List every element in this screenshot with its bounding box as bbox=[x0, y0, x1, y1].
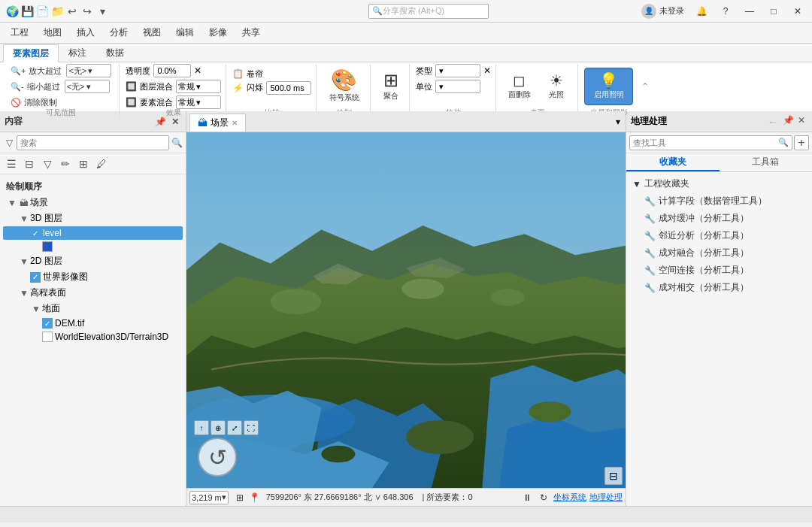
tree-world-imagery[interactable]: ✓ 世界影像图 bbox=[3, 269, 183, 285]
redo-icon[interactable]: ↪ bbox=[81, 5, 93, 17]
tool-icon-6: 🔧 bbox=[644, 283, 656, 293]
add-layer-btn[interactable]: ⊞ bbox=[75, 156, 92, 172]
lighting-icon: ☀ bbox=[550, 73, 563, 88]
geoprocessing-link[interactable]: 地理处理 bbox=[589, 492, 623, 503]
tree-world-elevation[interactable]: WorldElevation3D/Terrain3D bbox=[3, 330, 183, 344]
menu-item-project[interactable]: 工程 bbox=[3, 23, 36, 44]
scene-tab[interactable]: 🏔 场景 ✕ bbox=[189, 114, 246, 132]
geopro-section-header[interactable]: ▼ 工程收藏夹 bbox=[629, 175, 809, 192]
map-tab-dropdown-btn[interactable]: ▾ bbox=[611, 111, 626, 132]
geopro-item-proximity[interactable]: 🔧 邻近分析（分析工具） bbox=[629, 227, 809, 244]
notification-icon[interactable]: 🔔 bbox=[690, 0, 713, 23]
menu-item-share[interactable]: 共享 bbox=[235, 23, 268, 44]
more-icon[interactable]: ▾ bbox=[96, 5, 108, 17]
face-delete-btn[interactable]: ◻ 面删除 bbox=[502, 68, 536, 105]
unit-dropdown[interactable]: ▾ bbox=[435, 80, 480, 93]
enable-lighting-btn[interactable]: 💡 启用照明 bbox=[584, 68, 633, 105]
transparency-input[interactable]: 0.0% bbox=[153, 64, 191, 77]
layer-blend-label: 图层混合 bbox=[140, 81, 173, 92]
nav-center-btn[interactable]: ⊕ bbox=[211, 420, 226, 435]
nav-right-btn[interactable]: ⤢ bbox=[227, 420, 242, 435]
geopro-add-btn[interactable]: + bbox=[794, 135, 809, 150]
refresh-btn[interactable]: ↻ bbox=[537, 491, 550, 504]
geopro-search-box[interactable]: 🔍 bbox=[629, 135, 792, 150]
close-button[interactable]: ✕ bbox=[786, 0, 809, 23]
ribbon-tab-feature-layer[interactable]: 要素图层 bbox=[3, 44, 59, 62]
geopro-search-input[interactable] bbox=[633, 138, 777, 147]
menu-item-edit[interactable]: 编辑 bbox=[168, 23, 201, 44]
table-view-btn[interactable]: ⊟ bbox=[21, 156, 38, 172]
menu-item-analysis[interactable]: 分析 bbox=[102, 23, 135, 44]
content-search-input[interactable] bbox=[17, 135, 169, 150]
geopro-tab-favorites[interactable]: 收藏夹 bbox=[626, 153, 720, 171]
type-del-icon[interactable]: ✕ bbox=[483, 65, 491, 76]
location-icon[interactable]: 📍 bbox=[248, 491, 262, 504]
transparency-del-icon[interactable]: ✕ bbox=[194, 65, 201, 76]
tree-scene[interactable]: ▼ 🏔 场景 bbox=[3, 195, 183, 210]
cluster-btn[interactable]: ⊞ 聚合 bbox=[377, 68, 404, 105]
menu-item-imagery[interactable]: 影像 bbox=[201, 23, 235, 44]
coord-system-link[interactable]: 坐标系统 bbox=[553, 492, 586, 503]
list-view-btn[interactable]: ☰ bbox=[3, 156, 20, 172]
filter-btn[interactable]: ▽ bbox=[39, 156, 56, 172]
pause-btn[interactable]: ⏸ bbox=[520, 491, 534, 504]
nav-fullscreen-btn[interactable]: ⛶ bbox=[244, 420, 259, 435]
world-imagery-checkbox[interactable]: ✓ bbox=[30, 272, 41, 283]
ribbon-tab-data[interactable]: 数据 bbox=[96, 44, 134, 62]
geopro-item-calc-field[interactable]: 🔧 计算字段（数据管理工具） bbox=[629, 192, 809, 210]
tree-3d-layers[interactable]: ▼ 3D 图层 bbox=[3, 210, 183, 226]
compass-button[interactable]: ↺ bbox=[198, 438, 237, 477]
dem-checkbox[interactable]: ✓ bbox=[42, 318, 53, 329]
menu-item-insert[interactable]: 插入 bbox=[69, 23, 102, 44]
symbol-system-btn[interactable]: 🎨 符号系统 bbox=[326, 68, 362, 105]
tool-icon-2: 🔧 bbox=[644, 214, 656, 224]
flash-input[interactable]: 500.0 ms bbox=[266, 81, 311, 95]
tree-2d-layers[interactable]: ▼ 2D 图层 bbox=[3, 253, 183, 269]
tree-ground[interactable]: ▼ 地面 bbox=[3, 301, 183, 317]
type-dropdown[interactable]: ▾ bbox=[435, 64, 480, 77]
zoom-in-beyond-btn[interactable]: 🔍+ 放大超过 <无> ▾ bbox=[8, 64, 114, 77]
level-checkbox[interactable]: ✓ bbox=[30, 228, 41, 238]
filter-icon[interactable]: ▽ bbox=[3, 137, 15, 149]
zoom-out-beyond-btn[interactable]: 🔍- 缩小超过 <无> ▾ bbox=[8, 80, 113, 93]
geopro-back-btn[interactable]: ← bbox=[765, 114, 780, 129]
geopro-close-icon[interactable]: ✕ bbox=[795, 114, 807, 126]
content-search-icon[interactable]: 🔍 bbox=[171, 137, 183, 149]
edit-btn[interactable]: ✏ bbox=[57, 156, 74, 172]
world-elevation-checkbox[interactable] bbox=[42, 332, 53, 342]
minimize-button[interactable]: — bbox=[738, 0, 761, 23]
help-icon[interactable]: ? bbox=[714, 0, 737, 23]
open-icon[interactable]: 📁 bbox=[51, 5, 63, 17]
nav-left-btn[interactable]: ↑ bbox=[194, 420, 209, 435]
feature-blend-label: 要素混合 bbox=[140, 97, 173, 108]
more-options-btn[interactable]: 🖊 bbox=[93, 156, 110, 172]
menu-item-view[interactable]: 视图 bbox=[135, 23, 168, 44]
map-viewport[interactable]: ↑ ⊕ ⤢ ⛶ ↺ ⊟ bbox=[186, 132, 626, 488]
ribbon-tab-label[interactable]: 标注 bbox=[59, 44, 96, 62]
geopro-item-pair-dissolve[interactable]: 🔧 成对融合（分析工具） bbox=[629, 244, 809, 262]
save-icon[interactable]: 💾 bbox=[21, 5, 33, 17]
geopro-item-pair-buffer[interactable]: 🔧 成对缓冲（分析工具） bbox=[629, 210, 809, 227]
lighting-label: 光照 bbox=[549, 89, 564, 100]
new-icon[interactable]: 📄 bbox=[36, 5, 48, 17]
tree-level-layer[interactable]: ✓ level bbox=[3, 226, 183, 240]
global-search-box[interactable]: 🔍 分享搜索 (Alt+Q) bbox=[368, 4, 489, 19]
zoom-out-dropdown[interactable]: <无> ▾ bbox=[65, 80, 110, 93]
lighting-btn[interactable]: ☀ 光照 bbox=[539, 68, 573, 105]
geopro-item-pair-intersect[interactable]: 🔧 成对相交（分析工具） bbox=[629, 279, 809, 296]
tree-elevation[interactable]: ▼ 高程表面 bbox=[3, 285, 183, 301]
scene-tab-close[interactable]: ✕ bbox=[232, 119, 238, 127]
layer-blend-dropdown[interactable]: 常规 ▾ bbox=[176, 80, 221, 93]
scale-dropdown[interactable]: 3,219 m ▾ bbox=[189, 491, 229, 504]
grid-icon[interactable]: ⊞ bbox=[233, 491, 247, 504]
feature-blend-dropdown[interactable]: 常规 ▾ bbox=[176, 95, 221, 109]
undo-icon[interactable]: ↩ bbox=[66, 5, 78, 17]
geopro-tab-toolbox[interactable]: 工具箱 bbox=[720, 153, 813, 171]
geopro-pin-icon[interactable]: 📌 bbox=[782, 114, 794, 126]
restore-button[interactable]: □ bbox=[762, 0, 785, 23]
zoom-in-dropdown[interactable]: <无> ▾ bbox=[66, 64, 111, 77]
menu-item-map[interactable]: 地图 bbox=[36, 23, 69, 44]
tree-dem[interactable]: ✓ DEM.tif bbox=[3, 317, 183, 330]
geopro-item-spatial-join[interactable]: 🔧 空间连接（分析工具） bbox=[629, 262, 809, 279]
map-bottom-right-btn[interactable]: ⊟ bbox=[604, 467, 623, 485]
